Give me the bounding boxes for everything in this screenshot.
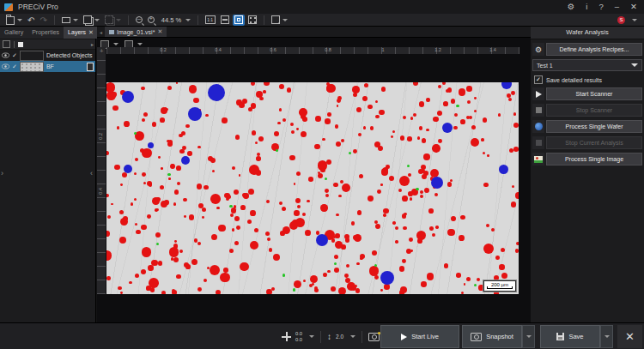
- undo-button[interactable]: ↶: [26, 15, 36, 26]
- layer-row[interactable]: ✓Detected Objects: [0, 50, 95, 61]
- red-particle: [334, 255, 338, 259]
- scroll-right-icon[interactable]: ▸: [91, 41, 94, 47]
- green-particle: [156, 243, 159, 245]
- tab-scroll-left-icon[interactable]: ◂: [97, 29, 105, 35]
- snapshot-button[interactable]: Snapshot: [462, 325, 522, 348]
- play-icon: [536, 91, 542, 98]
- tab-label: Properties: [32, 27, 59, 39]
- red-particle: [112, 92, 117, 97]
- expand-panel-icon[interactable]: ›: [1, 170, 3, 178]
- checkbox-checked-icon[interactable]: [534, 75, 543, 84]
- info-icon[interactable]: i: [586, 0, 587, 14]
- vertical-ruler: 0.20.4: [97, 54, 106, 294]
- close-icon[interactable]: ✕: [630, 0, 637, 14]
- minimize-icon[interactable]: –: [615, 0, 619, 14]
- bottom-bar: 0.0 0.0 ↕ 2.0 Start Live Snapshot Save ✕: [0, 322, 644, 349]
- layer-row[interactable]: ✓BF: [0, 61, 95, 72]
- new-layer-icon[interactable]: [18, 42, 23, 47]
- red-particle: [236, 226, 240, 230]
- red-particle: [222, 117, 227, 123]
- collapse-left-panel-icon[interactable]: ‹: [90, 170, 93, 178]
- red-particle: [282, 207, 286, 211]
- actual-size-button[interactable]: [204, 15, 217, 26]
- paste-button[interactable]: [103, 15, 123, 26]
- red-particle: [234, 190, 239, 195]
- process-single-wafer-button[interactable]: Process Single Wafer: [546, 120, 642, 133]
- close-tab-icon[interactable]: ✕: [157, 28, 162, 35]
- red-particle: [427, 273, 434, 280]
- close-tab-icon[interactable]: ✕: [88, 27, 94, 39]
- red-particle: [375, 115, 379, 118]
- save-options-button[interactable]: [600, 325, 613, 348]
- chevron-down-icon[interactable]: [309, 335, 314, 338]
- red-particle: [258, 136, 264, 141]
- zoom-out-button[interactable]: [134, 15, 144, 26]
- tab-gallery[interactable]: Gallery: [0, 27, 27, 39]
- red-particle: [107, 215, 111, 219]
- process-single-image-button[interactable]: Process Single Image: [546, 153, 642, 165]
- eye-icon[interactable]: [2, 52, 9, 59]
- red-particle: [294, 280, 301, 288]
- start-scanner-button[interactable]: Start Scanner: [546, 87, 642, 100]
- layers-toolbar: ▸: [0, 39, 95, 50]
- recipe-select[interactable]: Test 1: [532, 59, 642, 71]
- stage-xy-icon[interactable]: [282, 332, 291, 341]
- action-row: Stop Current Analysis: [532, 136, 642, 149]
- analysis-buttons: Start ScannerStop ScannerProcess Single …: [531, 87, 644, 165]
- red-particle: [400, 286, 407, 293]
- stage-z-icon[interactable]: ↕: [327, 332, 331, 341]
- zoom-level-button[interactable]: 44.5 %: [158, 15, 192, 26]
- select-rect-button[interactable]: [60, 15, 80, 26]
- red-particle: [210, 265, 220, 275]
- chevron-down-icon[interactable]: [632, 19, 637, 21]
- snapshot-options-button[interactable]: [522, 325, 535, 348]
- specimen-image[interactable]: 200 µm: [106, 82, 519, 294]
- annotations-button[interactable]: [270, 15, 289, 26]
- tab-properties[interactable]: Properties: [27, 27, 64, 39]
- copy-button[interactable]: [82, 15, 101, 26]
- red-particle: [460, 119, 465, 124]
- layer-checkbox[interactable]: ✓: [12, 52, 17, 59]
- tab-layers[interactable]: Layers✕: [64, 27, 98, 39]
- red-particle: [212, 170, 215, 172]
- camera-settings-icon[interactable]: [368, 333, 380, 341]
- layer-options-icon[interactable]: [3, 40, 10, 48]
- help-icon[interactable]: ?: [598, 0, 603, 14]
- red-particle: [216, 207, 220, 210]
- fullscreen-button[interactable]: [246, 15, 258, 26]
- close-workspace-button[interactable]: ✕: [617, 325, 642, 348]
- red-particle: [235, 135, 240, 140]
- red-particle: [491, 228, 495, 232]
- red-particle: [351, 221, 355, 225]
- define-analysis-recipes-button[interactable]: Define Analysis Recipes...: [546, 43, 642, 56]
- document-tab[interactable]: Image_01.vsi* ✕: [105, 27, 167, 37]
- layer-properties-icon[interactable]: [87, 63, 94, 71]
- fit-screen-button[interactable]: [233, 15, 245, 26]
- user-badge[interactable]: S: [617, 15, 637, 26]
- red-particle: [171, 164, 174, 167]
- red-particle: [402, 259, 406, 263]
- fit-width-button[interactable]: [219, 15, 231, 26]
- settings-icon[interactable]: ⚙: [568, 0, 575, 14]
- red-particle: [176, 165, 181, 171]
- open-file-button[interactable]: [4, 15, 24, 26]
- red-particle: [216, 290, 221, 294]
- redo-button[interactable]: ↷: [38, 15, 48, 26]
- red-particle: [250, 241, 258, 250]
- layer-checkbox[interactable]: ✓: [12, 63, 17, 70]
- red-particle: [290, 123, 294, 126]
- eye-icon[interactable]: [2, 63, 9, 70]
- start-live-button[interactable]: Start Live: [380, 325, 459, 348]
- green-particle: [374, 264, 377, 267]
- red-particle: [459, 235, 465, 241]
- red-particle: [498, 113, 501, 117]
- red-particle: [438, 139, 442, 143]
- red-particle: [353, 235, 359, 241]
- undo-icon: ↶: [27, 15, 34, 25]
- save-results-checkbox-row[interactable]: Save detailed results: [534, 75, 642, 84]
- save-button[interactable]: Save: [540, 325, 600, 348]
- zoom-in-button[interactable]: [146, 15, 156, 26]
- red-particle: [357, 210, 361, 214]
- action-icon-cell: [532, 136, 544, 149]
- chevron-down-icon[interactable]: [350, 335, 355, 338]
